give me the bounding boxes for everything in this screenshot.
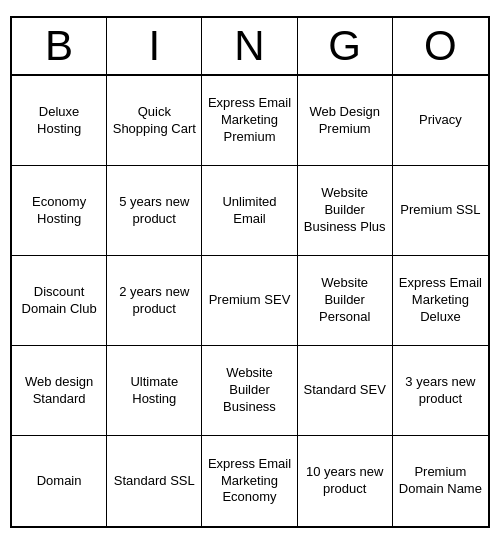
cell-15: Web design Standard bbox=[12, 346, 107, 436]
cell-23: 10 years new product bbox=[298, 436, 393, 526]
letter-n: N bbox=[202, 18, 297, 74]
cell-14: Express Email Marketing Deluxe bbox=[393, 256, 488, 346]
letter-g: G bbox=[298, 18, 393, 74]
letter-o: O bbox=[393, 18, 488, 74]
cell-18: Standard SEV bbox=[298, 346, 393, 436]
cell-12: Premium SEV bbox=[202, 256, 297, 346]
cell-0: Deluxe Hosting bbox=[12, 76, 107, 166]
cell-21: Standard SSL bbox=[107, 436, 202, 526]
cell-19: 3 years new product bbox=[393, 346, 488, 436]
cell-11: 2 years new product bbox=[107, 256, 202, 346]
cell-7: Unlimited Email bbox=[202, 166, 297, 256]
cell-5: Economy Hosting bbox=[12, 166, 107, 256]
bingo-header: B I N G O bbox=[12, 18, 488, 76]
cell-1: Quick Shopping Cart bbox=[107, 76, 202, 166]
cell-16: Ultimate Hosting bbox=[107, 346, 202, 436]
bingo-grid: Deluxe Hosting Quick Shopping Cart Expre… bbox=[12, 76, 488, 526]
cell-4: Privacy bbox=[393, 76, 488, 166]
cell-6: 5 years new product bbox=[107, 166, 202, 256]
cell-22: Express Email Marketing Economy bbox=[202, 436, 297, 526]
cell-2: Express Email Marketing Premium bbox=[202, 76, 297, 166]
cell-10: Discount Domain Club bbox=[12, 256, 107, 346]
cell-3: Web Design Premium bbox=[298, 76, 393, 166]
letter-b: B bbox=[12, 18, 107, 74]
cell-24: Premium Domain Name bbox=[393, 436, 488, 526]
bingo-card: B I N G O Deluxe Hosting Quick Shopping … bbox=[10, 16, 490, 528]
cell-9: Premium SSL bbox=[393, 166, 488, 256]
cell-17: Website Builder Business bbox=[202, 346, 297, 436]
letter-i: I bbox=[107, 18, 202, 74]
cell-13: Website Builder Personal bbox=[298, 256, 393, 346]
cell-20: Domain bbox=[12, 436, 107, 526]
cell-8: Website Builder Business Plus bbox=[298, 166, 393, 256]
